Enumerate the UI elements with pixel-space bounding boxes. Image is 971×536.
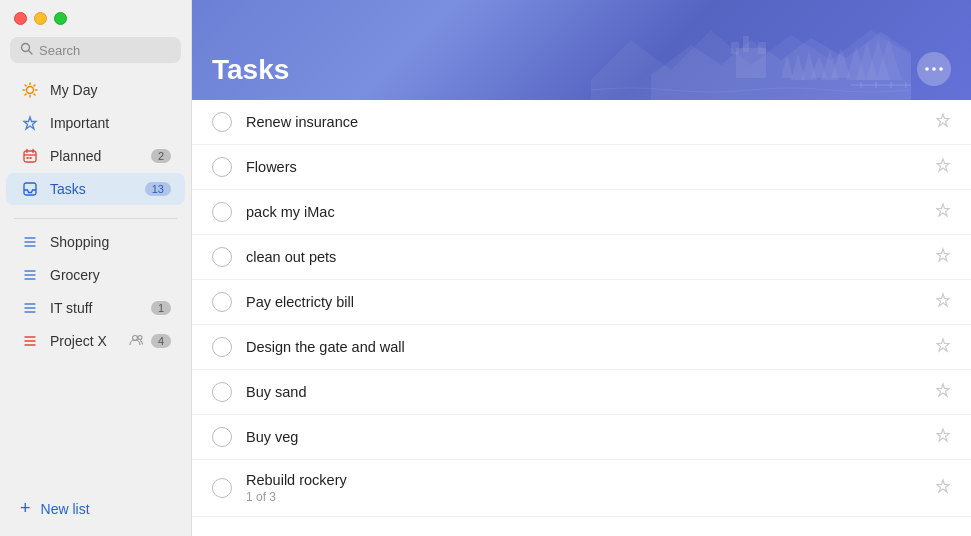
sidebar-item-planned[interactable]: Planned 2 <box>6 140 185 172</box>
task-title: Rebuild rockery <box>246 472 935 488</box>
task-title: Buy sand <box>246 384 935 400</box>
list-icon-project-x <box>20 331 40 351</box>
task-checkbox[interactable] <box>212 427 232 447</box>
close-button[interactable] <box>14 12 27 25</box>
task-item[interactable]: Pay electricty bill <box>192 280 971 325</box>
nav-section: My Day Important <box>0 73 191 212</box>
sidebar: My Day Important <box>0 0 192 536</box>
list-icon-grocery <box>20 265 40 285</box>
task-checkbox[interactable] <box>212 247 232 267</box>
svg-rect-17 <box>30 157 32 159</box>
sidebar-item-project-x-label: Project X <box>50 333 129 349</box>
task-checkbox[interactable] <box>212 292 232 312</box>
sidebar-item-tasks-badge: 13 <box>145 182 171 196</box>
svg-point-2 <box>27 87 34 94</box>
sidebar-item-it-stuff-badge: 1 <box>151 301 171 315</box>
list-icon-it-stuff <box>20 298 40 318</box>
task-subtitle: 1 of 3 <box>246 490 935 504</box>
search-bar[interactable] <box>10 37 181 63</box>
task-title: Pay electricty bill <box>246 294 935 310</box>
task-item[interactable]: pack my iMac <box>192 190 971 235</box>
inbox-icon <box>20 179 40 199</box>
tasks-list: Renew insuranceFlowerspack my iMacclean … <box>192 100 971 536</box>
task-item[interactable]: Buy sand <box>192 370 971 415</box>
search-icon <box>20 42 33 58</box>
task-item[interactable]: Flowers <box>192 145 971 190</box>
task-item[interactable]: clean out pets <box>192 235 971 280</box>
lists-section: Shopping Grocery IT stuff <box>0 225 191 364</box>
sidebar-item-shopping[interactable]: Shopping <box>6 226 185 258</box>
task-content: Buy sand <box>246 384 935 400</box>
task-title: Flowers <box>246 159 935 175</box>
svg-rect-39 <box>743 36 749 52</box>
svg-rect-16 <box>27 157 29 159</box>
shared-icon <box>129 334 145 349</box>
task-star-icon[interactable] <box>935 292 951 312</box>
task-star-icon[interactable] <box>935 202 951 222</box>
search-input[interactable] <box>39 43 171 58</box>
svg-marker-11 <box>24 117 36 129</box>
svg-marker-58 <box>937 114 949 126</box>
svg-point-56 <box>932 67 936 71</box>
sidebar-item-tasks[interactable]: Tasks 13 <box>6 173 185 205</box>
sidebar-item-my-day[interactable]: My Day <box>6 74 185 106</box>
sidebar-item-tasks-label: Tasks <box>50 181 145 197</box>
sidebar-item-project-x[interactable]: Project X 4 <box>6 325 185 357</box>
plus-icon: + <box>20 498 31 519</box>
task-content: Rebuild rockery1 of 3 <box>246 472 935 504</box>
task-title: clean out pets <box>246 249 935 265</box>
task-content: pack my iMac <box>246 204 935 220</box>
task-checkbox[interactable] <box>212 337 232 357</box>
minimize-button[interactable] <box>34 12 47 25</box>
svg-marker-65 <box>937 429 949 441</box>
task-checkbox[interactable] <box>212 202 232 222</box>
svg-line-1 <box>29 51 33 55</box>
task-star-icon[interactable] <box>935 112 951 132</box>
task-item[interactable]: Buy veg <box>192 415 971 460</box>
task-item[interactable]: Rebuild rockery1 of 3 <box>192 460 971 517</box>
task-star-icon[interactable] <box>935 382 951 402</box>
sidebar-item-planned-label: Planned <box>50 148 151 164</box>
sidebar-item-important[interactable]: Important <box>6 107 185 139</box>
sun-icon <box>20 80 40 100</box>
task-star-icon[interactable] <box>935 247 951 267</box>
sidebar-item-it-stuff[interactable]: IT stuff 1 <box>6 292 185 324</box>
svg-point-57 <box>939 67 943 71</box>
svg-line-8 <box>34 94 35 95</box>
task-checkbox[interactable] <box>212 478 232 498</box>
sidebar-item-planned-badge: 2 <box>151 149 171 163</box>
svg-line-7 <box>25 85 26 86</box>
task-star-icon[interactable] <box>935 337 951 357</box>
task-checkbox[interactable] <box>212 157 232 177</box>
task-star-icon[interactable] <box>935 478 951 498</box>
sidebar-item-grocery[interactable]: Grocery <box>6 259 185 291</box>
svg-line-9 <box>34 85 35 86</box>
svg-marker-62 <box>937 294 949 306</box>
svg-point-55 <box>925 67 929 71</box>
sidebar-item-it-stuff-label: IT stuff <box>50 300 151 316</box>
task-content: Renew insurance <box>246 114 935 130</box>
task-title: pack my iMac <box>246 204 935 220</box>
main-content: Tasks <box>192 0 971 536</box>
task-star-icon[interactable] <box>935 157 951 177</box>
task-content: Flowers <box>246 159 935 175</box>
task-item[interactable]: Design the gate and wall <box>192 325 971 370</box>
new-list-button[interactable]: + New list <box>6 492 185 525</box>
page-title: Tasks <box>212 54 917 86</box>
task-checkbox[interactable] <box>212 112 232 132</box>
sidebar-item-my-day-label: My Day <box>50 82 171 98</box>
task-item[interactable]: Renew insurance <box>192 100 971 145</box>
maximize-button[interactable] <box>54 12 67 25</box>
more-button[interactable] <box>917 52 951 86</box>
task-star-icon[interactable] <box>935 427 951 447</box>
svg-marker-64 <box>937 384 949 396</box>
new-list-label: New list <box>41 501 90 517</box>
sidebar-divider <box>14 218 177 219</box>
svg-marker-59 <box>937 159 949 171</box>
task-title: Buy veg <box>246 429 935 445</box>
task-content: Pay electricty bill <box>246 294 935 310</box>
task-checkbox[interactable] <box>212 382 232 402</box>
svg-marker-60 <box>937 204 949 216</box>
star-icon <box>20 113 40 133</box>
task-content: clean out pets <box>246 249 935 265</box>
